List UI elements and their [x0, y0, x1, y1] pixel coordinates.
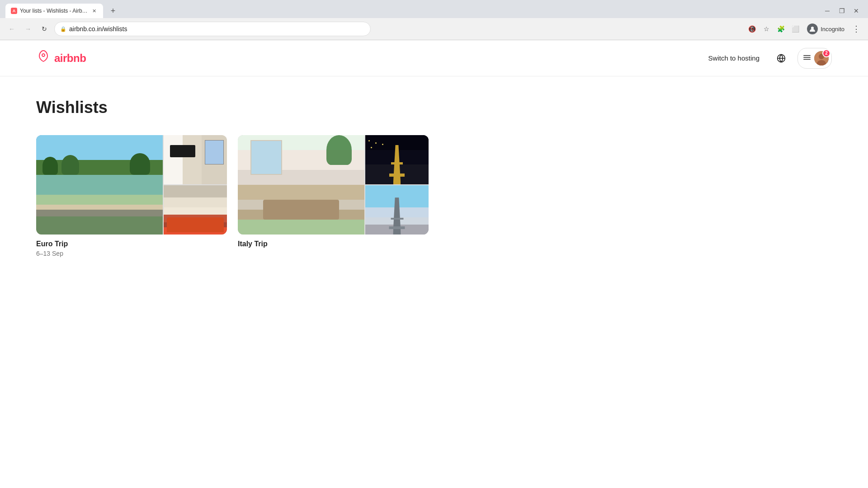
main-content: Wishlists — [0, 76, 868, 279]
euro-trip-main-image — [36, 135, 163, 235]
forward-button[interactable]: → — [22, 23, 34, 35]
maximize-button[interactable]: ❐ — [835, 5, 848, 17]
camera-off-icon[interactable]: 📵 — [745, 23, 758, 35]
wishlist-card-italy-trip[interactable]: Italy Trip — [238, 135, 429, 257]
profile-button[interactable]: Incognito — [803, 22, 848, 36]
browser-title-bar: A Your lists - Wishlists - Airbnb ✕ + ─ … — [0, 0, 868, 18]
wishlists-grid: Euro Trip 6–13 Sep — [36, 135, 832, 257]
profile-icon — [807, 23, 818, 34]
logo-text: airbnb — [54, 52, 86, 65]
toolbar-right: 📵 ☆ 🧩 ⬜ Incognito ⋮ — [745, 22, 863, 36]
euro-trip-image-grid — [36, 135, 227, 235]
page-title: Wishlists — [36, 98, 832, 117]
hamburger-icon — [803, 54, 811, 62]
language-globe-button[interactable] — [772, 49, 790, 67]
profile-label: Incognito — [821, 26, 844, 33]
tab-title: Your lists - Wishlists - Airbnb — [20, 8, 88, 14]
lock-icon: 🔒 — [60, 26, 66, 32]
italy-trip-image-grid — [238, 135, 429, 235]
euro-trip-bottom-right-image — [164, 185, 227, 235]
italy-trip-main-image — [238, 135, 364, 235]
euro-trip-info: Euro Trip 6–13 Sep — [36, 235, 227, 257]
svg-rect-5 — [803, 59, 811, 60]
sidebar-icon[interactable]: ⬜ — [789, 23, 802, 35]
browser-tab[interactable]: A Your lists - Wishlists - Airbnb ✕ — [5, 4, 103, 18]
euro-trip-name: Euro Trip — [36, 240, 227, 248]
browser-toolbar: ← → ↻ 🔒 airbnb.co.in/wishlists 📵 ☆ 🧩 ⬜ I… — [0, 18, 868, 40]
new-tab-button[interactable]: + — [107, 5, 119, 17]
italy-trip-info: Italy Trip — [238, 235, 429, 248]
user-menu-button[interactable]: 2 — [797, 48, 832, 69]
minimize-button[interactable]: ─ — [821, 5, 834, 17]
extensions-icon[interactable]: 🧩 — [774, 23, 787, 35]
italy-trip-top-right-image — [365, 135, 429, 184]
italy-trip-bottom-right-image — [365, 185, 429, 235]
italy-trip-name: Italy Trip — [238, 240, 429, 248]
notification-badge: 2 — [822, 49, 830, 57]
svg-rect-3 — [803, 55, 811, 56]
user-avatar-container: 2 — [814, 51, 829, 66]
euro-trip-dates: 6–13 Sep — [36, 250, 227, 257]
euro-trip-top-right-image — [164, 135, 227, 184]
refresh-button[interactable]: ↻ — [38, 23, 51, 35]
address-bar[interactable]: 🔒 airbnb.co.in/wishlists — [54, 22, 371, 36]
navbar-right: Switch to hosting — [703, 48, 832, 69]
window-controls: ─ ❐ ✕ — [821, 5, 863, 17]
tab-close-button[interactable]: ✕ — [90, 7, 98, 14]
address-text: airbnb.co.in/wishlists — [69, 25, 127, 33]
browser-menu-icon[interactable]: ⋮ — [850, 23, 863, 35]
navbar: airbnb Switch to hosting — [0, 40, 868, 76]
bookmark-star-icon[interactable]: ☆ — [760, 23, 773, 35]
close-button[interactable]: ✕ — [850, 5, 863, 17]
back-button[interactable]: ← — [5, 23, 18, 35]
browser-chrome: A Your lists - Wishlists - Airbnb ✕ + ─ … — [0, 0, 868, 40]
logo-link[interactable]: airbnb — [36, 49, 86, 67]
wishlist-card-euro-trip[interactable]: Euro Trip 6–13 Sep — [36, 135, 227, 257]
airbnb-logo-icon — [36, 49, 51, 67]
svg-rect-4 — [803, 57, 811, 58]
page-content: airbnb Switch to hosting — [0, 40, 868, 279]
switch-to-hosting-button[interactable]: Switch to hosting — [703, 51, 765, 66]
tab-favicon: A — [11, 8, 17, 14]
